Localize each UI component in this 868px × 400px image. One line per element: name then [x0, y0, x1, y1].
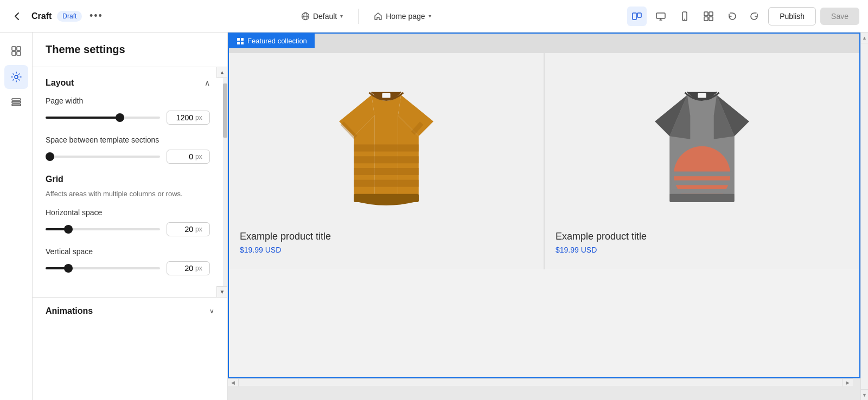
- grid-description: Affects areas with multiple columns or r…: [46, 189, 210, 199]
- svg-rect-31: [354, 194, 419, 202]
- svg-rect-8: [704, 12, 708, 16]
- sidebar-sections-button[interactable]: [4, 39, 28, 63]
- space-thumb[interactable]: [46, 152, 54, 161]
- settings-panel: Theme settings ▲ ▼ Layout ∧: [33, 33, 228, 400]
- canvas-wrapper: Featured collection: [228, 33, 860, 386]
- draft-badge[interactable]: Draft: [57, 11, 82, 22]
- svg-rect-24: [382, 93, 390, 98]
- space-track[interactable]: [46, 156, 160, 158]
- v-scroll-up-button[interactable]: ▲: [861, 33, 868, 43]
- svg-rect-19: [12, 99, 21, 100]
- panel-scroll-down[interactable]: ▼: [216, 286, 227, 297]
- space-unit: px: [195, 153, 202, 160]
- page-width-row: Page width 1200 px: [46, 96, 210, 125]
- page-width-thumb[interactable]: [116, 113, 124, 122]
- layout-section-header: Layout ∧: [46, 78, 210, 88]
- vertical-input-group: 20 px: [167, 261, 210, 275]
- icon-sidebar: [0, 33, 33, 400]
- grid-title: Grid: [46, 175, 63, 184]
- page-width-input[interactable]: 1200: [171, 113, 193, 122]
- v-scrollbar: ▲ ▼: [860, 33, 868, 400]
- back-button[interactable]: [9, 8, 26, 25]
- horizontal-label: Horizontal space: [46, 208, 210, 217]
- chevron-down-icon-2: ▾: [429, 13, 431, 19]
- canvas-frame: Featured collection: [228, 33, 860, 378]
- tshirt-gray-icon: [637, 80, 767, 216]
- topbar-center: Default ▾ Home page ▾: [111, 9, 621, 24]
- svg-rect-22: [237, 42, 240, 44]
- space-slider-row: 0 px: [46, 150, 210, 164]
- vertical-thumb[interactable]: [64, 264, 73, 273]
- animations-section[interactable]: Animations ∨: [33, 297, 227, 325]
- svg-rect-23: [241, 42, 244, 44]
- desktop-view-button[interactable]: [627, 7, 647, 26]
- h-scroll-left-button[interactable]: ◀: [228, 379, 239, 386]
- svg-rect-14: [12, 51, 16, 55]
- default-label: Default: [313, 12, 337, 21]
- vertical-input[interactable]: 20: [171, 264, 193, 273]
- default-selector[interactable]: Default ▾: [295, 9, 349, 24]
- page-width-track[interactable]: [46, 117, 160, 119]
- v-scroll-down-button[interactable]: ▼: [861, 389, 868, 400]
- divider: [358, 9, 359, 24]
- svg-rect-18: [12, 104, 21, 106]
- sidebar-blocks-button[interactable]: [4, 91, 28, 115]
- space-label: Space between template sections: [46, 136, 210, 144]
- svg-rect-35: [671, 171, 732, 176]
- layout-collapse-button[interactable]: ∧: [205, 79, 210, 87]
- product-card-2: Example product title $19.99 USD: [545, 53, 859, 269]
- grid-icon: [237, 37, 244, 45]
- svg-rect-4: [637, 13, 641, 17]
- vertical-unit: px: [195, 264, 202, 272]
- page-selector[interactable]: Home page ▾: [367, 9, 437, 24]
- product-1-image: [316, 69, 457, 227]
- svg-rect-3: [633, 13, 636, 20]
- featured-collection-banner[interactable]: Featured collection: [229, 34, 315, 48]
- svg-rect-15: [17, 51, 21, 55]
- svg-rect-10: [704, 17, 708, 21]
- undo-button[interactable]: [723, 7, 742, 26]
- svg-rect-21: [241, 38, 244, 41]
- space-input-group: 0 px: [167, 150, 210, 164]
- more-button[interactable]: •••: [87, 8, 105, 25]
- settings-header: Theme settings: [33, 33, 227, 67]
- svg-rect-33: [669, 194, 735, 202]
- topbar-left: Craft Draft •••: [9, 8, 105, 25]
- product-2-image: [631, 69, 773, 227]
- horizontal-input[interactable]: 20: [171, 225, 193, 234]
- share-view-button[interactable]: [699, 7, 718, 26]
- tshirt-orange-icon: [321, 80, 451, 216]
- space-input[interactable]: 0: [171, 152, 193, 161]
- svg-rect-12: [12, 47, 16, 50]
- monitor-view-button[interactable]: [651, 7, 671, 26]
- topbar: Craft Draft ••• Default ▾ Home page ▾: [0, 0, 868, 33]
- sidebar-settings-button[interactable]: [4, 65, 28, 89]
- v-scroll-track: [861, 43, 868, 389]
- h-scroll-right-button[interactable]: ▶: [842, 379, 853, 386]
- vertical-slider-row: 20 px: [46, 261, 210, 275]
- product-2-price: $19.99 USD: [556, 246, 848, 254]
- horizontal-track[interactable]: [46, 228, 160, 230]
- panel-scroll-thumb: [223, 83, 227, 138]
- featured-label: Featured collection: [247, 37, 307, 45]
- main-content: Theme settings ▲ ▼ Layout ∧: [0, 33, 868, 400]
- vertical-track[interactable]: [46, 267, 160, 269]
- mobile-view-button[interactable]: [675, 7, 694, 26]
- publish-button[interactable]: Publish: [768, 7, 816, 25]
- vertical-label: Vertical space: [46, 247, 210, 256]
- save-button[interactable]: Save: [820, 8, 859, 25]
- svg-point-16: [15, 75, 18, 79]
- svg-rect-32: [698, 93, 706, 98]
- animations-chevron-icon: ∨: [209, 307, 214, 315]
- horizontal-slider-row: 20 px: [46, 222, 210, 236]
- globe-icon: [301, 12, 310, 21]
- home-icon: [374, 12, 382, 21]
- settings-title: Theme settings: [46, 43, 125, 55]
- horizontal-thumb[interactable]: [64, 225, 73, 234]
- panel-scroll-up[interactable]: ▲: [216, 67, 227, 78]
- page-label: Home page: [386, 12, 425, 21]
- page-width-slider-row: 1200 px: [46, 111, 210, 125]
- redo-button[interactable]: [744, 7, 764, 26]
- product-card-1: Example product title $19.99 USD: [229, 53, 544, 269]
- page-width-input-group: 1200 px: [167, 111, 210, 125]
